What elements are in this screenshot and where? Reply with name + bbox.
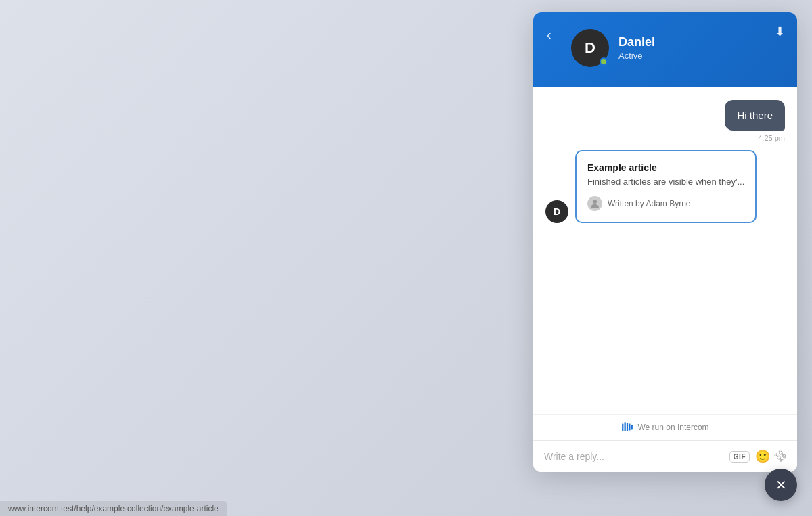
- svg-rect-4: [629, 423, 631, 430]
- agent-status: Active: [618, 51, 655, 61]
- header-info: Daniel Active: [618, 35, 655, 61]
- gif-button[interactable]: GIF: [729, 451, 750, 463]
- reply-input[interactable]: [544, 451, 723, 462]
- author-name: Written by Adam Byrne: [608, 199, 691, 208]
- messages-area: Hi there 4:25 pm D Example article Finis…: [533, 87, 797, 414]
- author-avatar-icon: [587, 196, 602, 211]
- chat-header: ‹ D Daniel Active ⬇: [533, 12, 797, 87]
- online-indicator: [600, 57, 608, 66]
- article-title: Example article: [587, 162, 744, 173]
- emoji-button[interactable]: 🙂: [755, 449, 770, 464]
- article-card[interactable]: Example article Finished articles are vi…: [575, 150, 757, 223]
- agent-name: Daniel: [618, 35, 655, 49]
- svg-rect-2: [625, 422, 626, 431]
- status-bar: www.intercom.test/help/example-collectio…: [0, 501, 227, 516]
- article-author: Written by Adam Byrne: [587, 196, 744, 211]
- article-excerpt: Finished articles are visible when they'…: [587, 176, 744, 188]
- download-button[interactable]: ⬇: [775, 24, 785, 39]
- avatar-container: D: [571, 29, 609, 67]
- svg-rect-3: [627, 423, 628, 431]
- powered-by-bar: We run on Intercom: [533, 414, 797, 440]
- received-message: D Example article Finished articles are …: [545, 150, 785, 223]
- message-bubble: Hi there: [725, 100, 785, 131]
- back-button[interactable]: ‹: [544, 24, 554, 45]
- sent-message: Hi there 4:25 pm: [545, 100, 785, 142]
- close-button[interactable]: ✕: [765, 469, 797, 501]
- svg-point-0: [593, 200, 597, 204]
- chat-widget: ‹ D Daniel Active ⬇ Hi there 4:25 pm D E…: [533, 12, 797, 472]
- powered-by-text: We run on Intercom: [637, 423, 708, 432]
- reply-actions: GIF 🙂 ⛓: [729, 449, 786, 464]
- intercom-icon: [621, 421, 633, 433]
- attach-button[interactable]: ⛓: [773, 448, 789, 465]
- message-time: 4:25 pm: [758, 134, 785, 142]
- reply-area: GIF 🙂 ⛓: [533, 440, 797, 472]
- svg-rect-5: [631, 425, 633, 430]
- receiver-avatar: D: [545, 200, 568, 223]
- svg-rect-1: [623, 423, 624, 431]
